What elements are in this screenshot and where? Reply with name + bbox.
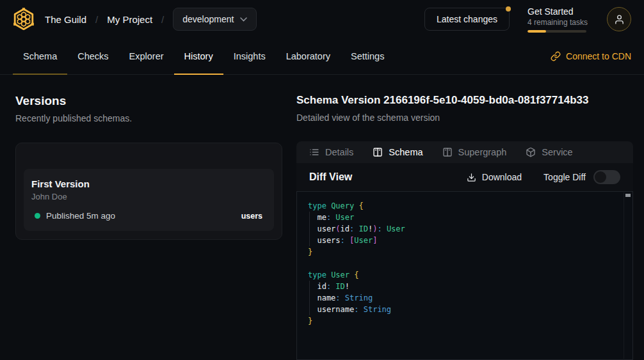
- latest-changes-label: Latest changes: [437, 14, 497, 24]
- environment-selector-value: development: [182, 14, 234, 24]
- get-started-progress-fill: [527, 30, 546, 33]
- user-avatar-button[interactable]: [607, 7, 631, 31]
- cube-icon: [526, 147, 536, 157]
- download-button[interactable]: Download: [467, 172, 522, 182]
- version-service-badge: users: [241, 212, 262, 221]
- version-author: John Doe: [31, 192, 262, 201]
- nav-tab-laboratory[interactable]: Laboratory: [276, 38, 341, 74]
- version-detail-card: Details Schema: [296, 141, 633, 360]
- versions-subtitle: Recently published schemas.: [15, 113, 282, 123]
- detail-tab-schema[interactable]: Schema: [373, 147, 423, 157]
- get-started-progress-track: [527, 30, 586, 33]
- breadcrumb-separator: /: [161, 14, 164, 25]
- hive-logo-icon[interactable]: [12, 7, 36, 31]
- detail-tab-service[interactable]: Service: [526, 147, 572, 157]
- header-breadcrumb-area: The Guild / My Project / development: [12, 7, 257, 31]
- schema-code-panel: type Query { me: User user(id: ID!): Use…: [296, 191, 633, 360]
- diff-view-title: Diff View: [309, 171, 352, 183]
- columns-icon: [442, 147, 453, 157]
- detail-tab-label: Service: [542, 147, 572, 157]
- nav-tab-checks[interactable]: Checks: [67, 38, 118, 74]
- version-name: First Version: [31, 178, 262, 190]
- diff-view-bar: Diff View Download Toggle Diff: [296, 163, 633, 191]
- version-status-row: Published 5m ago users: [31, 211, 262, 221]
- version-status-text: Published 5m ago: [46, 211, 115, 221]
- user-icon: [614, 14, 625, 25]
- app-root: The Guild / My Project / development Lat…: [0, 0, 644, 360]
- chevron-down-icon: [240, 17, 247, 22]
- get-started-widget[interactable]: Get Started 4 remaining tasks: [527, 6, 589, 33]
- schema-code: type Query { me: User user(id: ID!): Use…: [307, 200, 617, 327]
- download-label: Download: [482, 172, 522, 182]
- columns-icon: [373, 147, 383, 157]
- download-icon: [467, 173, 476, 182]
- version-detail-subtitle: Detailed view of the schema version: [296, 113, 633, 123]
- main-nav: Schema Checks Explorer History Insights …: [0, 38, 644, 75]
- detail-tab-details[interactable]: Details: [309, 147, 353, 157]
- detail-tab-label: Supergraph: [458, 147, 507, 157]
- latest-changes-button[interactable]: Latest changes: [424, 8, 510, 31]
- connect-to-cdn-link[interactable]: Connect to CDN: [551, 38, 631, 74]
- published-status-dot-icon: [35, 213, 40, 219]
- detail-tab-supergraph[interactable]: Supergraph: [442, 147, 507, 157]
- main-content: Versions Recently published schemas. Fir…: [0, 75, 644, 360]
- switch-knob: [595, 171, 606, 183]
- link-icon: [551, 51, 561, 61]
- diff-view-actions: Download Toggle Diff: [467, 170, 620, 184]
- toggle-diff-label: Toggle Diff: [543, 172, 586, 182]
- detail-tab-label: Schema: [389, 147, 423, 157]
- versions-panel: Versions Recently published schemas. Fir…: [0, 94, 282, 360]
- nav-tab-schema[interactable]: Schema: [13, 38, 67, 74]
- code-scrollbar-thumb[interactable]: [625, 194, 631, 197]
- nav-tab-insights[interactable]: Insights: [223, 38, 276, 74]
- nav-tab-settings[interactable]: Settings: [341, 38, 394, 74]
- nav-tab-history[interactable]: History: [174, 38, 223, 74]
- nav-tab-explorer[interactable]: Explorer: [119, 38, 174, 74]
- environment-selector[interactable]: development: [173, 8, 257, 31]
- version-list-item[interactable]: First Version John Doe Published 5m ago …: [24, 169, 274, 231]
- detail-tabstrip: Details Schema: [296, 141, 633, 163]
- get-started-title: Get Started: [527, 6, 589, 17]
- versions-title: Versions: [15, 94, 282, 108]
- version-detail-panel: Schema Version 2166196f-5e10-4059-bd0a-0…: [296, 94, 633, 360]
- versions-list-card: First Version John Doe Published 5m ago …: [15, 143, 282, 240]
- main-nav-tabs: Schema Checks Explorer History Insights …: [13, 38, 394, 74]
- connect-to-cdn-label: Connect to CDN: [566, 51, 631, 61]
- list-icon: [309, 147, 319, 157]
- get-started-subtitle: 4 remaining tasks: [527, 17, 589, 27]
- breadcrumb-separator: /: [95, 14, 98, 25]
- header-actions: Latest changes Get Started 4 remaining t…: [424, 6, 631, 33]
- code-scrollbar[interactable]: [624, 192, 632, 359]
- breadcrumb-project[interactable]: My Project: [107, 14, 152, 25]
- version-detail-title: Schema Version 2166196f-5e10-4059-bd0a-0…: [296, 94, 633, 107]
- breadcrumb-org[interactable]: The Guild: [45, 14, 86, 25]
- toggle-diff-switch[interactable]: [593, 170, 620, 184]
- notification-dot: [506, 6, 511, 12]
- detail-tab-label: Details: [325, 147, 353, 157]
- app-header: The Guild / My Project / development Lat…: [0, 0, 644, 38]
